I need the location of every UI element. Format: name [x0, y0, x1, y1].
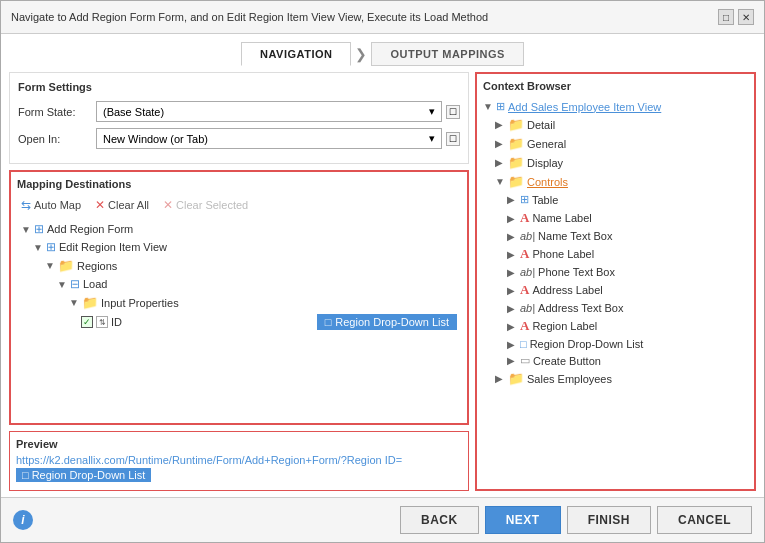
tree-item-id[interactable]: ✓ ⇅ ID □ Region Drop-Down List	[81, 312, 461, 332]
ctx-item-address-textbox[interactable]: ▶ ab| Address Text Box	[483, 300, 748, 316]
grid-icon2: ⊞	[46, 240, 56, 254]
open-in-select-wrapper: New Window (or Tab) ▾ ☐	[96, 128, 460, 149]
expand-icon2: ▼	[33, 242, 43, 253]
ctx-item-name-label[interactable]: ▶ A Name Label	[483, 208, 748, 228]
dialog: Navigate to Add Region Form Form, and on…	[0, 0, 765, 543]
ctx-expand-phone-textbox: ▶	[507, 267, 517, 278]
tree-item-load[interactable]: ▼ ⊟ Load	[57, 275, 461, 293]
folder-icon2: 📁	[82, 295, 98, 310]
clear-all-label: Clear All	[108, 199, 149, 211]
preview-badge-text: Region Drop-Down List	[32, 469, 146, 481]
ctx-item-create-button[interactable]: ▶ ▭ Create Button	[483, 352, 748, 369]
ctx-expand-region-label: ▶	[507, 321, 517, 332]
folder-icon-display: 📁	[508, 155, 524, 170]
folder-icon-detail: 📁	[508, 117, 524, 132]
open-in-row: Open In: New Window (or Tab) ▾ ☐	[18, 128, 460, 149]
tree-item-input-properties[interactable]: ▼ 📁 Input Properties	[69, 293, 461, 312]
checkbox-icon[interactable]: ✓	[81, 316, 93, 328]
preview-badge: □ Region Drop-Down List	[16, 468, 151, 482]
preview-section: Preview https://k2.denallix.com/Runtime/…	[9, 431, 469, 491]
ctx-item-region-label[interactable]: ▶ A Region Label	[483, 316, 748, 336]
form-state-label: Form State:	[18, 106, 88, 118]
title-bar: Navigate to Add Region Form Form, and on…	[1, 1, 764, 34]
ctx-item-sales-employees[interactable]: ▶ 📁 Sales Employees	[483, 369, 748, 388]
form-state-check[interactable]: ☐	[446, 105, 460, 119]
auto-map-button[interactable]: ⇆ Auto Map	[17, 196, 85, 214]
dialog-title: Navigate to Add Region Form Form, and on…	[11, 11, 718, 23]
ctx-region-label: Region Label	[532, 320, 597, 332]
open-in-check[interactable]: ☐	[446, 132, 460, 146]
preview-url-text: https://k2.denallix.com/Runtime/Runtime/…	[16, 454, 402, 466]
tree-label5: Input Properties	[101, 297, 179, 309]
tree-label2: Edit Region Item View	[59, 241, 167, 253]
ctx-item-detail[interactable]: ▶ 📁 Detail	[483, 115, 748, 134]
tree-item-regions[interactable]: ▼ 📁 Regions	[45, 256, 461, 275]
ctx-name-label: Name Label	[532, 212, 591, 224]
tree-item-add-region-form[interactable]: ▼ ⊞ Add Region Form	[21, 220, 461, 238]
cancel-button[interactable]: CANCEL	[657, 506, 752, 534]
ctx-detail-label: Detail	[527, 119, 555, 131]
ctx-item-address-label[interactable]: ▶ A Address Label	[483, 280, 748, 300]
tree-label4: Load	[83, 278, 107, 290]
grid-icon: ⊞	[34, 222, 44, 236]
ctx-expand-name-label: ▶	[507, 213, 517, 224]
ctx-display-label: Display	[527, 157, 563, 169]
footer: i BACK NEXT FINISH CANCEL	[1, 497, 764, 542]
form-state-select[interactable]: (Base State) ▾	[96, 101, 442, 122]
clear-selected-label: Clear Selected	[176, 199, 248, 211]
ctx-item-controls[interactable]: ▼ 📁 Controls	[483, 172, 748, 191]
ctx-expand-detail: ▶	[495, 119, 505, 130]
ctx-expand-sales-employees: ▶	[495, 373, 505, 384]
ctx-item-general[interactable]: ▶ 📁 General	[483, 134, 748, 153]
expand-icon4: ▼	[57, 279, 67, 290]
ctx-region-dropdown-label: Region Drop-Down List	[530, 338, 644, 350]
grid-icon3: ⊟	[70, 277, 80, 291]
ctx-expand-region-dropdown: ▶	[507, 339, 517, 350]
footer-buttons: BACK NEXT FINISH CANCEL	[400, 506, 752, 534]
sort-icon: ⇅	[96, 316, 108, 328]
preview-url: https://k2.denallix.com/Runtime/Runtime/…	[16, 454, 462, 482]
ctx-expand-name-textbox: ▶	[507, 231, 517, 242]
maximize-button[interactable]: □	[718, 9, 734, 25]
region-dropdown-button[interactable]: □ Region Drop-Down List	[317, 314, 457, 330]
next-button[interactable]: NEXT	[485, 506, 561, 534]
open-in-value: New Window (or Tab)	[103, 133, 208, 145]
box-icon-region-dropdown: □	[520, 338, 527, 350]
ctx-item-name-textbox[interactable]: ▶ ab| Name Text Box	[483, 228, 748, 244]
ctx-expand-address-label: ▶	[507, 285, 517, 296]
form-state-row: Form State: (Base State) ▾ ☐	[18, 101, 460, 122]
ctx-expand-table: ▶	[507, 194, 517, 205]
tab-output-mappings[interactable]: OUTPUT MAPPINGS	[371, 42, 523, 66]
left-panel: Form Settings Form State: (Base State) ▾…	[9, 72, 469, 491]
tab-arrow: ❯	[351, 46, 371, 62]
ctx-item-display[interactable]: ▶ 📁 Display	[483, 153, 748, 172]
close-button[interactable]: ✕	[738, 9, 754, 25]
ctx-expand-create-button: ▶	[507, 355, 517, 366]
finish-button[interactable]: FINISH	[567, 506, 651, 534]
ctx-item-region-dropdown[interactable]: ▶ □ Region Drop-Down List	[483, 336, 748, 352]
ctx-item-root[interactable]: ▼ ⊞ Add Sales Employee Item View	[483, 98, 748, 115]
clear-all-button[interactable]: ✕ Clear All	[91, 196, 153, 214]
folder-icon-general: 📁	[508, 136, 524, 151]
ctx-item-phone-textbox[interactable]: ▶ ab| Phone Text Box	[483, 264, 748, 280]
ctx-item-phone-label[interactable]: ▶ A Phone Label	[483, 244, 748, 264]
clear-selected-icon: ✕	[163, 198, 173, 212]
grid-icon-root: ⊞	[496, 100, 505, 113]
title-bar-controls: □ ✕	[718, 9, 754, 25]
form-settings-title: Form Settings	[18, 81, 460, 93]
back-button[interactable]: BACK	[400, 506, 479, 534]
tabs-row: NAVIGATION ❯ OUTPUT MAPPINGS	[1, 34, 764, 66]
info-icon[interactable]: i	[13, 510, 33, 530]
tree-item-edit-region-item-view[interactable]: ▼ ⊞ Edit Region Item View	[33, 238, 461, 256]
ctx-phone-textbox-label: Phone Text Box	[538, 266, 615, 278]
folder-icon-sales-employees: 📁	[508, 371, 524, 386]
ctx-address-label: Address Label	[532, 284, 602, 296]
ctx-item-table[interactable]: ▶ ⊞ Table	[483, 191, 748, 208]
open-in-select[interactable]: New Window (or Tab) ▾	[96, 128, 442, 149]
main-content: Form Settings Form State: (Base State) ▾…	[1, 66, 764, 497]
clear-selected-button[interactable]: ✕ Clear Selected	[159, 196, 252, 214]
ab-icon-name-textbox: ab|	[520, 230, 535, 242]
grid-icon-table: ⊞	[520, 193, 529, 206]
tab-navigation[interactable]: NAVIGATION	[241, 42, 351, 66]
ctx-expand-controls: ▼	[495, 176, 505, 187]
